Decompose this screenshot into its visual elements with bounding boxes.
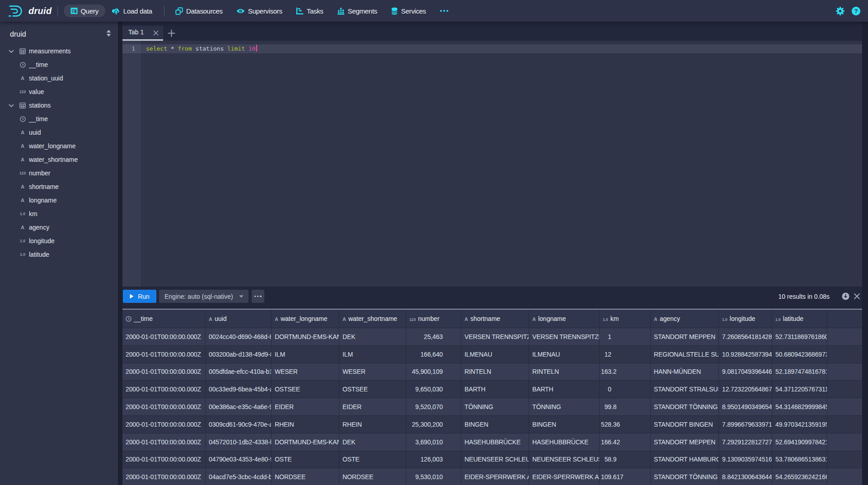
cell-longitude[interactable]: 12.72322056486714 xyxy=(719,381,772,398)
tree-column-longitude[interactable]: 1.0longitude xyxy=(0,234,118,248)
column-header-agency[interactable]: Aagency xyxy=(651,310,719,328)
cell-__time[interactable]: 2000-01-01T00:00:00.000Z xyxy=(122,451,206,469)
cell-km[interactable]: 166.42 xyxy=(600,433,651,451)
tree-column-km[interactable]: 1.0km xyxy=(0,207,118,221)
nav-item-supervisors[interactable]: Supervisors xyxy=(230,5,289,17)
cell-number[interactable]: 9,520,070 xyxy=(406,398,461,416)
druid-logo[interactable]: druid xyxy=(8,5,52,17)
cell-latitude[interactable]: 54.26592362421666 xyxy=(772,468,827,485)
cell-number[interactable]: 3,690,010 xyxy=(406,433,461,451)
cell-latitude[interactable]: 49.97034213591955 xyxy=(772,416,827,433)
cell-latitude[interactable]: 52.18974748167814 xyxy=(772,363,827,381)
cell-km[interactable]: 0 xyxy=(600,381,651,398)
nav-item-segments[interactable]: Segments xyxy=(330,5,384,17)
cell-water_longname[interactable]: EIDER xyxy=(272,398,339,416)
cell-km[interactable]: 163.2 xyxy=(600,363,651,381)
sort-icon[interactable] xyxy=(106,29,112,37)
cell-water_longname[interactable]: OSTSEE xyxy=(272,381,339,398)
cell-number[interactable]: 45,900,109 xyxy=(406,363,461,381)
tree-column-water_longname[interactable]: Awater_longname xyxy=(0,139,118,153)
cell-water_longname[interactable]: ILM xyxy=(272,346,339,363)
tree-column-uuid[interactable]: Auuid xyxy=(0,126,118,139)
tree-column-shortname[interactable]: Ashortname xyxy=(0,180,118,193)
cell-uuid[interactable]: 0024cc40-d690-468d-8a94-3c9e45a8af9e xyxy=(206,328,272,346)
tree-column-station_uuid[interactable]: Astation_uuid xyxy=(0,71,118,85)
cell-latitude[interactable]: 54.37122057673111 xyxy=(772,381,827,398)
cell-longname[interactable]: BINGEN xyxy=(529,416,600,433)
download-icon[interactable] xyxy=(842,292,849,300)
cell-latitude[interactable]: 52.69419099784217 xyxy=(772,433,827,451)
column-header-__time[interactable]: __time xyxy=(122,310,206,328)
tab-tab1[interactable]: Tab 1 xyxy=(122,26,163,41)
cell-agency[interactable]: STANDORT TÖNNING xyxy=(651,398,719,416)
cell-uuid[interactable]: 005dfdae-efcc-410a-b1dc-2ea2a1e2d3b8 xyxy=(206,363,272,381)
editor-code-line[interactable]: select * from stations limit 10 xyxy=(146,44,257,53)
tree-column-latitude[interactable]: 1.0latitude xyxy=(0,248,118,261)
cell-__time[interactable]: 2000-01-01T00:00:00.000Z xyxy=(122,398,206,416)
cell-water_longname[interactable]: DORTMUND-EMS-KANAL xyxy=(272,433,339,451)
cell-uuid[interactable]: 04acd7e5-3cbc-4cdd-b0e4-9c8d7e6f5a4b xyxy=(206,468,272,485)
engine-select-button[interactable]: Engine: auto (sql-native) xyxy=(159,290,249,303)
cell-shortname[interactable]: BINGEN xyxy=(461,416,529,433)
query-editor[interactable]: 1 select * from stations limit 10 xyxy=(122,41,862,287)
cell-km[interactable]: 58.9 xyxy=(600,451,651,469)
cell-__time[interactable]: 2000-01-01T00:00:00.000Z xyxy=(122,416,206,433)
cell-shortname[interactable]: TÖNNING xyxy=(461,398,529,416)
cell-water_shortname[interactable]: OSTE xyxy=(339,451,406,469)
cell-agency[interactable]: HANN-MÜNDEN xyxy=(651,363,719,381)
cell-__time[interactable]: 2000-01-01T00:00:00.000Z xyxy=(122,381,206,398)
cell-agency[interactable]: STANDORT TÖNNING xyxy=(651,468,719,485)
column-header-shortname[interactable]: Ashortname xyxy=(461,310,529,328)
cell-number[interactable]: 9,650,030 xyxy=(406,381,461,398)
cell-longitude[interactable]: 10.92884258739441 xyxy=(719,346,772,363)
cell-water_longname[interactable]: RHEIN xyxy=(272,416,339,433)
column-header-km[interactable]: 1.0km xyxy=(600,310,651,328)
chevron-down-icon[interactable] xyxy=(9,50,14,53)
cell-latitude[interactable]: 52.73118697618606 xyxy=(772,328,827,346)
settings-gear-icon[interactable] xyxy=(835,6,845,16)
cell-agency[interactable]: REGIONALSTELLE SUHL xyxy=(651,346,719,363)
cell-agency[interactable]: STANDORT MEPPEN xyxy=(651,328,719,346)
tree-column-agency[interactable]: Aagency xyxy=(0,221,118,234)
cell-longname[interactable]: BARTH xyxy=(529,381,600,398)
cell-water_shortname[interactable]: DEK xyxy=(339,433,406,451)
tree-column-number[interactable]: 123number xyxy=(0,166,118,180)
cell-__time[interactable]: 2000-01-01T00:00:00.000Z xyxy=(122,468,206,485)
cell-water_shortname[interactable]: OSTSEE xyxy=(339,381,406,398)
cell-number[interactable]: 25,463 xyxy=(406,328,461,346)
cell-number[interactable]: 9,530,010 xyxy=(406,468,461,485)
tree-column-__time[interactable]: __time xyxy=(0,58,118,71)
cell-uuid[interactable]: 04790e03-4353-4e80-93a1-8b7c6d5e4f3a xyxy=(206,451,272,469)
cell-shortname[interactable]: HASEHUBBRÜCKE xyxy=(461,433,529,451)
cell-longname[interactable]: VERSEN TRENNSPITZE OW xyxy=(529,328,600,346)
cell-water_longname[interactable]: DORTMUND-EMS-KANAL xyxy=(272,328,339,346)
cell-latitude[interactable]: 53.78068651386313 xyxy=(772,451,827,469)
tree-table-stations[interactable]: stations xyxy=(0,99,118,112)
cell-longitude[interactable]: 7.29291228127271 xyxy=(719,433,772,451)
cell-uuid[interactable]: 00c33ed9-6bea-45b4-a1cd-5d2d6e2f8b4a xyxy=(206,381,272,398)
cell-agency[interactable]: STANDORT STRALSUND xyxy=(651,381,719,398)
cell-longname[interactable]: NEUENSEER SCHLEUSE xyxy=(529,451,600,469)
cell-longitude[interactable]: 7.26085641814283 xyxy=(719,328,772,346)
cell-water_shortname[interactable]: NORDSEE xyxy=(339,468,406,485)
tree-column-value[interactable]: 123value xyxy=(0,85,118,99)
cell-water_longname[interactable]: NORDSEE xyxy=(272,468,339,485)
column-header-longitude[interactable]: 1.0longitude xyxy=(719,310,772,328)
cell-agency[interactable]: STANDORT BINGEN xyxy=(651,416,719,433)
cell-water_shortname[interactable]: RHEIN xyxy=(339,416,406,433)
cell-water_shortname[interactable]: DEK xyxy=(339,328,406,346)
nav-item-datasources[interactable]: Datasources xyxy=(169,5,230,17)
cell-longname[interactable]: EIDER-SPERRWERK AP xyxy=(529,468,600,485)
cell-number[interactable]: 25,300,200 xyxy=(406,416,461,433)
cell-longname[interactable]: ILMENAU xyxy=(529,346,600,363)
cell-km[interactable]: 12 xyxy=(600,346,651,363)
cell-latitude[interactable]: 54.31468299998453 xyxy=(772,398,827,416)
tree-column-longname[interactable]: Alongname xyxy=(0,193,118,207)
help-icon[interactable]: ? xyxy=(851,6,861,16)
chevron-down-icon[interactable] xyxy=(9,104,14,108)
nav-item-query[interactable]: Query xyxy=(64,5,105,17)
cell-__time[interactable]: 2000-01-01T00:00:00.000Z xyxy=(122,328,206,346)
tree-table-measurements[interactable]: measurements xyxy=(0,44,118,58)
cell-latitude[interactable]: 50.68094236869737 xyxy=(772,346,827,363)
cell-longitude[interactable]: 7.89966796339717 xyxy=(719,416,772,433)
